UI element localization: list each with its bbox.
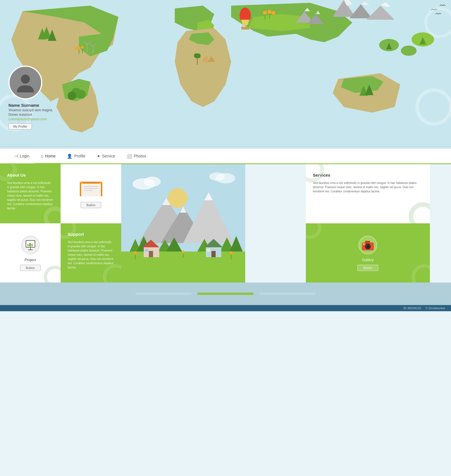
envelope-icon-wrap (80, 179, 102, 196)
email-card: Button (61, 164, 121, 223)
service-icon: ✦ (97, 154, 100, 159)
svg-point-13 (75, 47, 78, 50)
svg-point-11 (78, 46, 80, 49)
gallery-button[interactable]: Button (357, 265, 378, 271)
svg-point-84 (134, 251, 137, 255)
profile-subtitle: Donec euismod (8, 113, 53, 117)
project-icon-wrap (21, 235, 40, 255)
watermark-author: © Droidworker (426, 306, 445, 310)
svg-point-34 (271, 11, 275, 15)
services-card: Services Sed faucibus urna a nisi sollic… (306, 164, 430, 223)
services-title: Services (313, 173, 423, 177)
about-us-text: Sed faucibus urna a nisi sollicitudin in… (7, 181, 54, 210)
svg-rect-82 (211, 251, 216, 257)
nav-photos[interactable]: ⬜ Photos (121, 149, 152, 164)
gallery-deco1 (412, 264, 430, 283)
svg-rect-78 (149, 251, 153, 257)
svg-rect-31 (241, 27, 249, 30)
gallery-deco2 (306, 223, 321, 239)
footer-bar-green (197, 293, 254, 295)
services-text: Sed faucibus urna a nisi sollicitudin in… (313, 181, 423, 193)
card-deco-2 (0, 164, 17, 181)
svg-rect-79 (145, 249, 148, 252)
about-us-card: About Us Sed faucibus urna a nisi sollic… (0, 164, 61, 223)
project-card: Project Button (0, 223, 61, 283)
avatar (8, 66, 42, 99)
nav-profile-label: Profile (74, 154, 85, 158)
svg-rect-99 (31, 244, 33, 246)
nav-home[interactable]: ⌂ Home (35, 149, 61, 164)
services-deco (409, 202, 430, 223)
support-title: Support (68, 232, 114, 237)
hero-separator (0, 146, 451, 149)
watermark-id: ID 38339145 (404, 306, 421, 310)
project-icon (21, 235, 40, 255)
svg-rect-83 (207, 249, 210, 252)
svg-point-108 (367, 245, 368, 246)
svg-rect-97 (27, 244, 29, 246)
svg-rect-109 (363, 243, 365, 245)
envelope-icon (80, 179, 102, 196)
nav-profile[interactable]: 👤 Profile (61, 149, 91, 164)
hero-section: Name Surname Vivamus suscipit sem magna.… (0, 0, 451, 146)
avatar-silhouette (14, 71, 37, 94)
svg-point-93 (209, 172, 225, 181)
navbar: ⊣ Login ⌂ Home 👤 Profile ✦ Service ⬜ Pho… (0, 149, 451, 164)
svg-point-61 (168, 188, 187, 208)
support-text: Sed faucibus urna a nisi sollicitudin in… (68, 240, 114, 270)
profile-icon: 👤 (67, 154, 72, 159)
nav-service[interactable]: ✦ Service (91, 149, 121, 164)
profile-email: Loremipsum@ipsum.com (8, 117, 53, 121)
nav-login-label: Login (20, 154, 29, 158)
home-icon: ⌂ (41, 154, 43, 159)
profile-name: Name Surname (8, 103, 53, 108)
gallery-card: Gallery Button (306, 223, 430, 283)
email-card-button[interactable]: Button (81, 202, 101, 208)
svg-point-17 (68, 92, 76, 100)
svg-point-91 (144, 177, 161, 187)
svg-point-46 (401, 46, 417, 56)
project-deco (44, 266, 61, 283)
project-button[interactable]: Button (20, 265, 41, 271)
landscape-card (121, 164, 245, 283)
svg-point-33 (267, 10, 271, 14)
project-label: Project (25, 258, 36, 262)
svg-rect-56 (81, 184, 101, 196)
camera-icon (358, 235, 378, 255)
profile-area: Name Surname Vivamus suscipit sem magna.… (8, 66, 53, 130)
gallery-icon-wrap (358, 235, 378, 255)
svg-point-18 (77, 90, 86, 99)
login-icon: ⊣ (14, 154, 18, 159)
footer (0, 283, 451, 305)
gallery-label: Gallery (362, 258, 373, 262)
profile-tagline: Vivamus suscipit sem magna. (8, 108, 53, 112)
footer-bar-gray (135, 293, 192, 295)
photos-icon: ⬜ (127, 154, 132, 159)
svg-point-86 (229, 251, 233, 255)
content-grid: About Us Sed faucibus urna a nisi sollic… (0, 164, 451, 283)
nav-photos-label: Photos (134, 154, 146, 158)
svg-point-53 (21, 75, 30, 84)
svg-rect-104 (365, 241, 370, 244)
my-profile-button[interactable]: My Profile (8, 123, 32, 130)
svg-point-88 (182, 251, 185, 253)
svg-point-32 (263, 11, 267, 15)
footer-bar-gray2 (259, 293, 316, 295)
svg-point-12 (81, 46, 84, 49)
nav-home-label: Home (45, 154, 56, 158)
nav-login[interactable]: ⊣ Login (8, 149, 35, 164)
nav-service-label: Service (102, 154, 115, 158)
watermark-bar: ID 38339145 © Droidworker (0, 305, 451, 311)
services-deco2 (306, 164, 324, 183)
support-card: Support Sed faucibus urna a nisi sollici… (61, 223, 121, 283)
world-map-illustration (0, 0, 451, 146)
svg-rect-98 (29, 243, 31, 246)
landscape-illustration (121, 164, 245, 283)
